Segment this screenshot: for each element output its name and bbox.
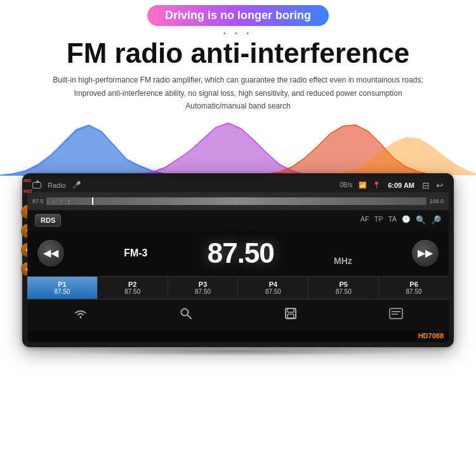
location-icon: 📍 (373, 182, 380, 188)
device-container: MIC RST ⌂ ✦ ↩ ◈ Radio 🎤 0B/s 📶 📍 6:09 A (0, 173, 476, 356)
frequency-display: 87.50 (208, 237, 274, 269)
svg-point-0 (79, 316, 81, 318)
svg-line-2 (187, 315, 191, 319)
af-option[interactable]: AF (360, 215, 369, 225)
decorative-dots: • • • (0, 30, 476, 37)
signal-icon: 📶 (359, 182, 366, 188)
frequency-scale: 87.5 (27, 192, 449, 210)
top-banner: Driving is no longer boring • • • FM rad… (0, 0, 476, 113)
preset-p6-label: P6 (381, 281, 446, 288)
device-screen: Radio 🎤 0B/s 📶 📍 6:09 AM ⊟ ↩ 87.5 (27, 178, 449, 342)
screen-title: Radio (48, 182, 66, 189)
preset-p5-freq: 87.50 (311, 288, 376, 295)
preset-p2-label: P2 (100, 281, 165, 288)
rst-label: RST (23, 189, 32, 194)
wifi-nav-button[interactable] (63, 305, 98, 325)
time-display: 6:09 AM (388, 182, 414, 189)
zoom-out-icon[interactable]: 🔎 (431, 215, 441, 225)
preset-p1-label: P1 (30, 281, 95, 288)
back-icon[interactable]: ↩ (436, 180, 444, 190)
preset-p2-freq: 87.50 (100, 288, 165, 295)
subtitle-line3: Automatic/manual band search (38, 100, 438, 112)
radio-options-bar: RDS AF TP TA 🕐 🔍 🔎 (27, 210, 449, 230)
subtitle-line1: Built-in high-performance FM radio ampli… (38, 74, 438, 86)
waveform-visualization (0, 119, 476, 176)
radio-options-list: AF TP TA 🕐 🔍 🔎 (66, 215, 441, 225)
status-bar: Radio 🎤 0B/s 📶 📍 6:09 AM ⊟ ↩ (27, 178, 449, 192)
preset-p3-freq: 87.50 (171, 288, 235, 295)
data-speed: 0B/s (340, 182, 352, 188)
radio-main-display: ◀◀ FM-3 87.50 MHz ▶▶ (27, 230, 449, 276)
preset-button-p4[interactable]: P4 87.50 (238, 277, 308, 299)
preset-p4-freq: 87.50 (241, 288, 305, 295)
preset-button-p2[interactable]: P2 87.50 (98, 277, 168, 299)
next-button[interactable]: ▶▶ (412, 240, 439, 267)
next-icon: ▶▶ (418, 247, 433, 259)
save-nav-button[interactable] (274, 305, 307, 326)
menu-nav-button[interactable] (379, 305, 413, 326)
preset-button-p1[interactable]: P1 87.50 (27, 277, 98, 299)
freq-position-indicator (92, 197, 93, 205)
subtitle: Built-in high-performance FM radio ampli… (0, 74, 476, 112)
preset-p4-label: P4 (241, 281, 305, 288)
preset-p5-label: P5 (311, 281, 376, 288)
prev-icon: ◀◀ (43, 247, 58, 259)
driving-badge: Driving is no longer boring (147, 5, 329, 26)
previous-button[interactable]: ◀◀ (37, 240, 64, 267)
home-icon (32, 182, 41, 188)
preset-buttons-row: P1 87.50 P2 87.50 P3 87.50 P4 87.50 P5 (27, 276, 449, 299)
mhz-label: MHz (334, 256, 352, 271)
preset-button-p6[interactable]: P6 87.50 (379, 277, 449, 299)
expand-icon[interactable]: ⊟ (422, 180, 430, 190)
preset-button-p3[interactable]: P3 87.50 (168, 277, 239, 299)
preset-p1-freq: 87.50 (30, 288, 95, 295)
freq-max-label: 108.0 (429, 198, 444, 204)
car-stereo-device: MIC RST ⌂ ✦ ↩ ◈ Radio 🎤 0B/s 📶 📍 6:09 A (22, 173, 454, 347)
preset-p3-label: P3 (171, 281, 235, 288)
device-shadow (48, 347, 428, 356)
mic-label: MIC (23, 178, 32, 183)
rds-button[interactable]: RDS (35, 214, 61, 227)
svg-rect-6 (390, 308, 402, 319)
station-info: FM-3 (124, 248, 147, 259)
mic-icon: 🎤 (72, 181, 81, 189)
main-title: FM radio anti-interference (0, 38, 476, 69)
freq-min-label: 87.5 (32, 198, 44, 204)
preset-p6-freq: 87.50 (381, 288, 446, 295)
clock-icon: 🕐 (402, 215, 411, 225)
station-name: FM-3 (124, 248, 147, 259)
svg-rect-5 (288, 314, 294, 318)
subtitle-line2: Improved anti-interference ability, no s… (38, 87, 438, 100)
tp-option[interactable]: TP (374, 215, 383, 225)
preset-button-p5[interactable]: P5 87.50 (308, 277, 379, 299)
ta-option[interactable]: TA (388, 215, 397, 225)
freq-scale-bar[interactable] (46, 197, 427, 205)
bottom-navigation (27, 299, 449, 331)
model-label: HD7088 (27, 331, 449, 342)
zoom-in-icon[interactable]: 🔍 (416, 215, 426, 225)
search-nav-button[interactable] (169, 305, 202, 326)
